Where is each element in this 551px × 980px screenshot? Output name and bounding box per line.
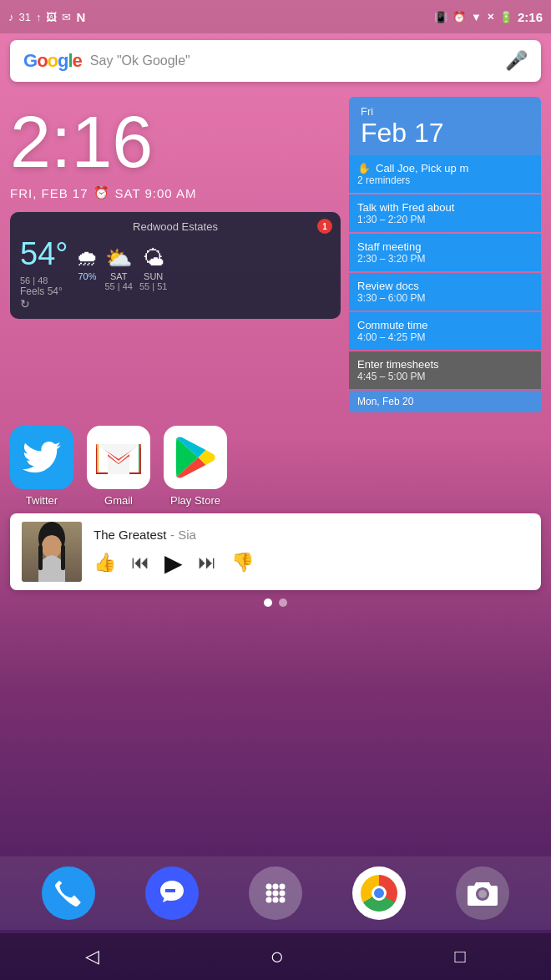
svg-point-12 (266, 891, 272, 897)
today-icon: 🌧 (76, 245, 98, 271)
search-hint: Say "Ok Google" (90, 53, 505, 68)
google-logo: Google (23, 50, 82, 72)
twitter-icon-bg (10, 426, 73, 489)
sun-temps: 55 | 51 (139, 281, 167, 291)
music-controls: 👍 ⏮ ▶ ⏭ 👎 (94, 549, 529, 577)
status-icons-right: 📳 ⏰ ▼ ✕ 🔋 2:16 (434, 10, 543, 24)
thumbs-up-button[interactable]: 👍 (94, 552, 116, 573)
sun-weather: 🌤 SUN 55 | 51 (139, 245, 167, 291)
svg-point-15 (266, 897, 272, 903)
weather-refresh-button[interactable]: ↻ (20, 297, 331, 311)
clock-time: 2:16 (518, 10, 543, 24)
album-art-image (22, 522, 82, 582)
weather-high-low: 56 | 48 (20, 275, 68, 285)
calendar-event-1[interactable]: Talk with Fred about 1:30 – 2:20 PM (349, 194, 541, 232)
music-artist-name: Sia (178, 528, 196, 542)
svg-point-9 (266, 884, 272, 890)
weather-high: 56 (20, 275, 30, 285)
event-0-title: Call Joe, Pick up m (376, 162, 468, 174)
page-dot-1[interactable] (264, 599, 272, 607)
weather-temperature: 54° (20, 236, 68, 272)
svg-point-6 (42, 535, 62, 558)
status-bar: ♪ 31 ↑ 🖼 ✉ N 📳 ⏰ ▼ ✕ 🔋 2:16 (0, 0, 551, 33)
prev-track-button[interactable]: ⏮ (131, 552, 149, 573)
gmail-logo-svg (96, 441, 141, 474)
n-status-icon: N (76, 10, 85, 24)
play-button[interactable]: ▶ (164, 549, 183, 577)
calendar-day-name: Fri (361, 105, 529, 118)
dock (0, 856, 551, 930)
alarm-time: SAT 9:00 AM (115, 186, 197, 200)
event-1-title: Talk with Fred about (357, 201, 533, 214)
sat-label: SAT (104, 271, 132, 281)
playstore-icon-bg (164, 426, 227, 489)
camera-icon (468, 881, 498, 906)
svg-rect-8 (61, 545, 65, 570)
dock-camera-button[interactable] (456, 866, 509, 920)
chrome-inner-circle (372, 886, 387, 901)
svg-point-10 (273, 884, 279, 890)
chrome-icon (361, 875, 397, 912)
calendar-events: ✋ Call Joe, Pick up m 2 reminders Talk w… (349, 155, 541, 412)
today-precip: 70% (76, 271, 98, 281)
twitter-label: Twitter (26, 494, 58, 507)
weather-main-row: 54° 56 | 48 Feels 54° 🌧 70% ⛅ (20, 236, 331, 297)
mic-icon[interactable]: 🎤 (505, 50, 528, 72)
gmail-icon-bg (87, 426, 150, 489)
weather-alert-badge: 1 (317, 219, 332, 234)
wifi-icon: ▼ (471, 11, 482, 23)
apps-grid-icon (263, 881, 288, 906)
music-title-row: The Greatest - Sia (94, 528, 529, 543)
sat-icon: ⛅ (104, 245, 132, 271)
app-gmail[interactable]: Gmail (87, 426, 150, 507)
dock-chrome-button[interactable] (352, 866, 406, 920)
event-5-time: 4:45 – 5:00 PM (357, 371, 533, 382)
back-button[interactable]: ◁ (85, 946, 99, 967)
app-playstore[interactable]: Play Store (164, 426, 227, 507)
calendar-event-3[interactable]: Review docs 3:30 – 6:00 PM (349, 273, 541, 311)
playstore-label: Play Store (170, 494, 220, 507)
calendar-event-5[interactable]: Enter timesheets 4:45 – 5:00 PM (349, 351, 541, 389)
svg-point-13 (273, 891, 279, 897)
event-5-title: Enter timesheets (357, 358, 533, 371)
svg-point-17 (280, 897, 286, 903)
sat-temps: 55 | 44 (104, 281, 132, 291)
dock-messages-button[interactable] (145, 866, 199, 920)
calendar-event-0[interactable]: ✋ Call Joe, Pick up m 2 reminders (349, 155, 541, 193)
alarm-icon: ⏰ (452, 11, 466, 23)
sun-icon: 🌤 (139, 245, 167, 271)
calendar-event-4[interactable]: Commute time 4:00 – 4:25 PM (349, 312, 541, 350)
thumbs-down-button[interactable]: 👎 (231, 552, 254, 573)
app-twitter[interactable]: Twitter (10, 426, 73, 507)
weather-location: Redwood Estates (20, 220, 331, 233)
event-3-time: 3:30 – 6:00 PM (357, 292, 533, 304)
dock-apps-button[interactable] (249, 866, 302, 920)
search-bar[interactable]: Google Say "Ok Google" 🎤 (10, 40, 541, 82)
sun-label: SUN (139, 271, 167, 281)
apps-row: Twitter Gmail (0, 426, 551, 507)
phone-icon (54, 879, 83, 907)
next-track-button[interactable]: ⏭ (198, 552, 216, 573)
calendar-more[interactable]: Mon, Feb 20 (349, 391, 541, 412)
svg-point-16 (273, 897, 279, 903)
calendar-status-icon: 31 (19, 11, 31, 23)
album-art (22, 522, 82, 582)
today-weather: 🌧 70% (76, 245, 98, 291)
home-button[interactable]: ○ (270, 943, 284, 970)
messages-icon (158, 879, 186, 907)
upload-status-icon: ↑ (36, 11, 42, 23)
reminder-icon: ✋ (357, 162, 371, 174)
weather-widget[interactable]: Redwood Estates 1 54° 56 | 48 Feels 54° … (10, 212, 341, 319)
event-2-time: 2:30 – 3:20 PM (357, 253, 533, 265)
dock-phone-button[interactable] (42, 866, 95, 920)
twitter-bird-svg (23, 442, 61, 473)
main-area: 2:16 FRI, FEB 17 ⏰ SAT 9:00 AM Redwood E… (0, 88, 551, 421)
mail-status-icon: ✉ (62, 11, 71, 23)
playstore-logo-svg (174, 437, 216, 478)
calendar-event-2[interactable]: Staff meeting 2:30 – 3:20 PM (349, 234, 541, 271)
photo-status-icon: 🖼 (46, 11, 57, 23)
page-dot-2[interactable] (279, 599, 287, 607)
recents-button[interactable]: □ (455, 946, 466, 967)
sat-weather: ⛅ SAT 55 | 44 (104, 245, 132, 291)
signal-icon: ✕ (487, 12, 494, 23)
